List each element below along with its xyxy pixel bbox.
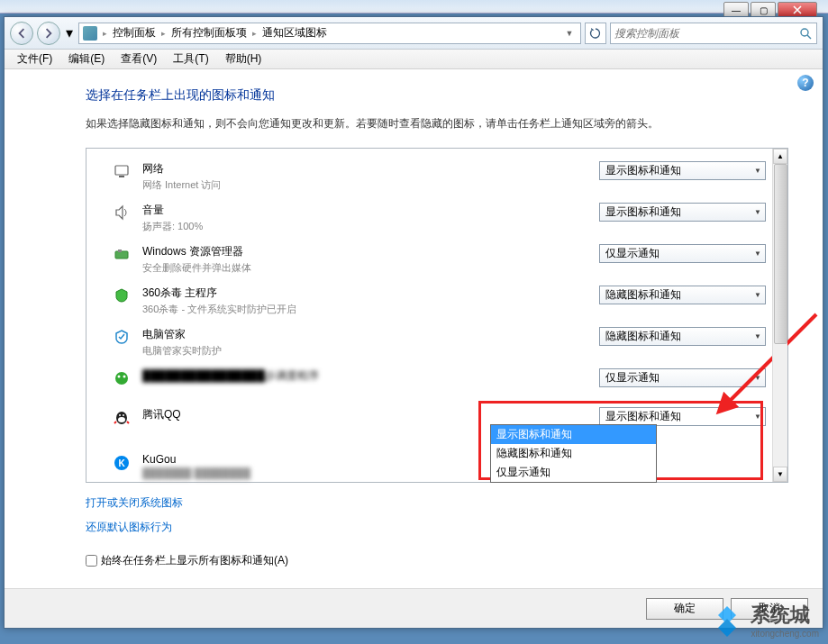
svg-point-0 — [801, 29, 808, 36]
menu-help[interactable]: 帮助(H) — [218, 50, 269, 68]
svg-point-9 — [118, 417, 125, 422]
toggle-system-icons-link[interactable]: 打开或关闭系统图标 — [86, 495, 183, 511]
behavior-dropdown[interactable]: 显示图标和通知 — [599, 407, 766, 426]
watermark: 系统城 xitongcheng.com — [709, 602, 819, 639]
notification-icons-list: 网络网络 Internet 访问 显示图标和通知 音量扬声器: 100% 显示图… — [86, 148, 788, 483]
svg-point-11 — [123, 414, 124, 416]
dropdown-option[interactable]: 仅显示通知 — [491, 463, 656, 482]
menu-edit[interactable]: 编辑(E) — [61, 50, 112, 68]
control-panel-icon — [83, 26, 97, 41]
help-icon[interactable]: ? — [797, 75, 814, 91]
svg-rect-2 — [119, 176, 124, 177]
back-button[interactable] — [10, 22, 33, 45]
list-item: 电脑管家电脑管家实时防护 隐藏图标和通知 — [114, 322, 766, 363]
page-title: 选择在任务栏上出现的图标和通知 — [86, 87, 796, 104]
list-item: 腾讯QQ 显示图标和通知 — [114, 402, 766, 431]
item-title: Windows 资源管理器 — [142, 244, 587, 259]
always-show-label[interactable]: 始终在任务栏上显示所有图标和通知(A) — [101, 553, 288, 568]
nav-history-dropdown[interactable]: ▾ — [64, 24, 75, 42]
item-title: 音量 — [142, 203, 587, 218]
forward-button[interactable] — [37, 22, 60, 45]
search-box[interactable] — [610, 23, 817, 44]
behavior-dropdown[interactable]: 仅显示通知 — [599, 244, 766, 263]
scroll-thumb[interactable] — [774, 164, 787, 344]
svg-point-6 — [118, 376, 121, 378]
restore-default-link[interactable]: 还原默认图标行为 — [86, 520, 172, 535]
svg-rect-4 — [118, 249, 122, 252]
360-antivirus-icon — [114, 287, 130, 304]
svg-point-7 — [123, 376, 126, 378]
address-dropdown-icon[interactable]: ▼ — [562, 29, 577, 38]
item-title: 电脑管家 — [142, 327, 587, 342]
sync-scheduler-icon — [114, 370, 130, 386]
always-show-checkbox[interactable] — [86, 555, 97, 567]
behavior-dropdown[interactable]: 显示图标和通知 — [599, 161, 766, 180]
list-item: 360杀毒 主程序360杀毒 - 文件系统实时防护已开启 隐藏图标和通知 — [114, 280, 766, 322]
behavior-dropdown[interactable]: 隐藏图标和通知 — [599, 286, 766, 304]
scrollbar[interactable]: ▲ ▼ — [772, 149, 787, 482]
qq-icon — [114, 409, 130, 425]
item-subtitle: 安全删除硬件并弹出媒体 — [142, 261, 587, 275]
list-item: Windows 资源管理器安全删除硬件并弹出媒体 仅显示通知 — [114, 239, 766, 280]
refresh-button[interactable] — [585, 23, 606, 44]
dropdown-option[interactable]: 隐藏图标和通知 — [491, 444, 656, 463]
svg-point-10 — [119, 414, 121, 416]
svg-rect-3 — [115, 251, 128, 259]
item-title: ████████████████步调度程序 — [142, 368, 587, 384]
scroll-down-button[interactable]: ▼ — [773, 467, 787, 482]
breadcrumb-item[interactable]: 所有控制面板项 — [171, 25, 247, 41]
control-panel-window: ▾ ▸ 控制面板 ▸ 所有控制面板项 ▸ 通知区域图标 ▼ 文件(F) 编辑(E… — [4, 16, 823, 629]
svg-text:K: K — [118, 458, 125, 468]
watermark-logo-icon — [709, 603, 745, 639]
list-item: ████████████████步调度程序 仅显示通知 — [114, 363, 766, 393]
menu-view[interactable]: 查看(V) — [114, 50, 164, 68]
network-icon — [114, 163, 130, 179]
behavior-dropdown-list[interactable]: 显示图标和通知 隐藏图标和通知 仅显示通知 — [490, 424, 657, 483]
scroll-up-button[interactable]: ▲ — [773, 149, 787, 164]
item-title: 360杀毒 主程序 — [142, 286, 587, 301]
item-title: 网络 — [142, 161, 587, 177]
dropdown-option[interactable]: 显示图标和通知 — [491, 425, 656, 444]
breadcrumb-item[interactable]: 通知区域图标 — [262, 25, 327, 41]
button-bar: 确定 取消 — [5, 588, 823, 628]
menu-file[interactable]: 文件(F) — [10, 50, 59, 68]
item-subtitle: 网络 Internet 访问 — [142, 178, 587, 192]
page-description: 如果选择隐藏图标和通知，则不会向您通知更改和更新。若要随时查看隐藏的图标，请单击… — [86, 116, 796, 132]
kugou-icon: K — [114, 455, 130, 471]
menu-tools[interactable]: 工具(T) — [166, 50, 215, 68]
chevron-right-icon: ▸ — [103, 29, 107, 38]
item-title: 腾讯QQ — [142, 407, 587, 422]
list-item: K KuGou███████ ████████ — [114, 448, 766, 484]
svg-rect-1 — [115, 166, 128, 175]
watermark-url: xitongcheng.com — [751, 629, 819, 639]
nav-bar: ▾ ▸ 控制面板 ▸ 所有控制面板项 ▸ 通知区域图标 ▼ — [5, 17, 823, 50]
behavior-dropdown[interactable]: 仅显示通知 — [599, 368, 766, 387]
watermark-brand: 系统城 — [751, 603, 810, 626]
svg-point-5 — [115, 372, 128, 385]
volume-icon — [114, 204, 130, 221]
search-icon[interactable] — [798, 26, 813, 41]
breadcrumb-item[interactable]: 控制面板 — [113, 25, 156, 41]
list-item: 网络网络 Internet 访问 显示图标和通知 — [114, 156, 766, 197]
address-bar[interactable]: ▸ 控制面板 ▸ 所有控制面板项 ▸ 通知区域图标 ▼ — [78, 23, 581, 44]
item-subtitle: 电脑管家实时防护 — [142, 344, 587, 358]
item-subtitle: 360杀毒 - 文件系统实时防护已开启 — [142, 303, 587, 316]
chevron-right-icon: ▸ — [161, 29, 166, 38]
item-subtitle: 扬声器: 100% — [142, 220, 587, 233]
content-area: ? 选择在任务栏上出现的图标和通知 如果选择隐藏图标和通知，则不会向您通知更改和… — [5, 69, 823, 628]
list-item: 音量扬声器: 100% 显示图标和通知 — [114, 197, 766, 239]
pc-manager-icon — [114, 329, 130, 345]
search-input[interactable] — [614, 27, 798, 40]
chevron-right-icon: ▸ — [252, 29, 257, 38]
behavior-dropdown[interactable]: 显示图标和通知 — [599, 203, 766, 222]
menu-bar: 文件(F) 编辑(E) 查看(V) 工具(T) 帮助(H) — [5, 50, 823, 69]
behavior-dropdown[interactable]: 隐藏图标和通知 — [599, 327, 766, 346]
explorer-icon — [114, 246, 130, 262]
